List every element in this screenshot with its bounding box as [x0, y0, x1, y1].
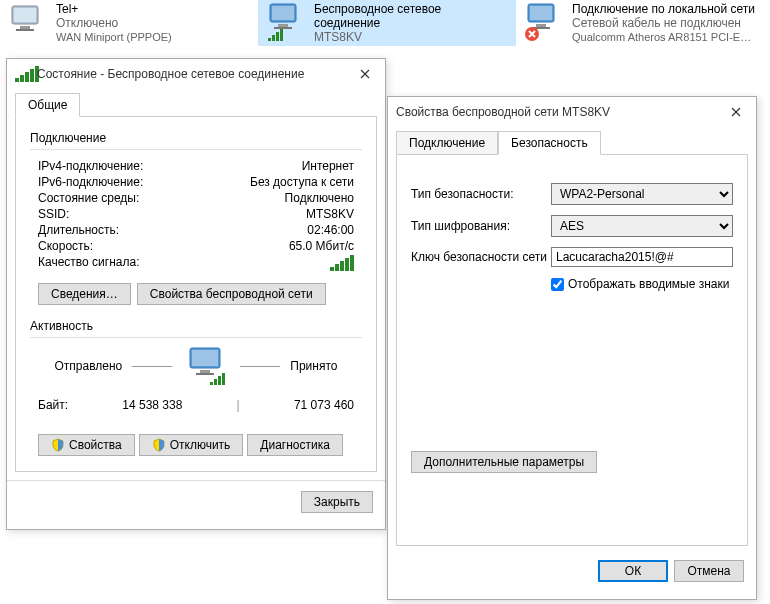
cancel-button[interactable]: Отмена [674, 560, 744, 582]
security-type-label: Тип безопасности: [411, 187, 551, 201]
ipv6-label: IPv6-подключение: [38, 175, 143, 189]
dialog-title: Состояние - Беспроводное сетевое соедине… [37, 67, 353, 81]
svg-rect-21 [210, 382, 213, 385]
dialog-title: Свойства беспроводной сети MTS8KV [396, 105, 724, 119]
media-label: Состояние среды: [38, 191, 139, 205]
close-icon[interactable] [353, 62, 377, 86]
close-button[interactable]: Закрыть [301, 491, 373, 513]
key-label: Ключ безопасности сети [411, 250, 551, 264]
advanced-button[interactable]: Дополнительные параметры [411, 451, 597, 473]
close-icon[interactable] [724, 100, 748, 124]
conn-detail: WAN Miniport (PPPOE) [56, 30, 172, 44]
tab-connection[interactable]: Подключение [396, 131, 498, 155]
encryption-label: Тип шифрования: [411, 219, 551, 233]
speed-label: Скорость: [38, 239, 93, 253]
svg-rect-9 [272, 35, 275, 41]
shield-icon [51, 438, 65, 452]
security-key-input[interactable] [551, 247, 733, 267]
ssid-label: SSID: [38, 207, 69, 221]
svg-rect-2 [20, 26, 30, 29]
svg-rect-3 [16, 29, 34, 31]
tab-content-general: Подключение IPv4-подключение:Интернет IP… [15, 116, 377, 472]
svg-rect-14 [536, 24, 546, 27]
group-activity-label: Активность [30, 319, 362, 333]
svg-rect-11 [280, 29, 283, 41]
group-connection-label: Подключение [30, 131, 362, 145]
titlebar[interactable]: Состояние - Беспроводное сетевое соедине… [7, 59, 385, 89]
connection-item-wireless[interactable]: Беспроводное сетевое соединение MTS8KV [258, 0, 516, 46]
divider: | [237, 398, 240, 412]
conn-title: Tel+ [56, 2, 172, 16]
bytes-label: Байт: [38, 398, 68, 412]
svg-rect-19 [200, 370, 210, 373]
svg-rect-24 [222, 373, 225, 385]
ipv6-value: Без доступа к сети [250, 175, 354, 189]
signal-label: Качество сигнала: [38, 255, 139, 274]
svg-rect-1 [14, 8, 36, 22]
media-value: Подключено [285, 191, 354, 205]
wireless-props-button[interactable]: Свойства беспроводной сети [137, 283, 326, 305]
svg-rect-10 [276, 32, 279, 41]
signal-strength-icon [330, 255, 354, 274]
tabs: Общие [15, 93, 377, 117]
signal-icon [15, 66, 31, 82]
svg-rect-13 [530, 6, 552, 20]
wireless-properties-dialog: Свойства беспроводной сети MTS8KV Подклю… [387, 96, 757, 600]
duration-value: 02:46:00 [307, 223, 354, 237]
monitor-wifi-icon [266, 2, 306, 42]
recv-bytes: 71 073 460 [294, 398, 354, 412]
monitor-icon [8, 2, 48, 42]
conn-title: Беспроводное сетевое соединение [314, 2, 508, 30]
sent-bytes: 14 538 338 [122, 398, 182, 412]
svg-rect-20 [196, 373, 214, 375]
diagnose-button[interactable]: Диагностика [247, 434, 343, 456]
wireless-status-dialog: Состояние - Беспроводное сетевое соедине… [6, 58, 386, 530]
sent-label: Отправлено [55, 359, 123, 373]
svg-rect-7 [274, 27, 292, 29]
svg-rect-5 [272, 6, 294, 20]
shield-icon [152, 438, 166, 452]
tab-content-security: Тип безопасности: WPA2-Personal Тип шифр… [396, 154, 748, 546]
conn-status: Отключено [56, 16, 172, 30]
properties-button[interactable]: Свойства [38, 434, 135, 456]
duration-label: Длительность: [38, 223, 119, 237]
encryption-select[interactable]: AES [551, 215, 733, 237]
conn-detail: Qualcomm Atheros AR8151 PCI-E… [572, 30, 755, 44]
titlebar[interactable]: Свойства беспроводной сети MTS8KV [388, 97, 756, 127]
monitor-error-icon [524, 2, 564, 42]
recv-label: Принято [290, 359, 337, 373]
show-chars-label: Отображать вводимые знаки [568, 277, 729, 291]
tab-general[interactable]: Общие [15, 93, 80, 117]
speed-value: 65.0 Мбит/с [289, 239, 354, 253]
security-type-select[interactable]: WPA2-Personal [551, 183, 733, 205]
activity-monitor-icon [182, 346, 230, 386]
svg-rect-23 [218, 376, 221, 385]
svg-rect-22 [214, 379, 217, 385]
tabs: Подключение Безопасность [396, 131, 748, 155]
ssid-value: MTS8KV [306, 207, 354, 221]
ipv4-value: Интернет [302, 159, 354, 173]
connection-item-lan[interactable]: Подключение по локальной сети Сетевой ка… [516, 0, 770, 46]
conn-title: Подключение по локальной сети [572, 2, 755, 16]
connection-item-tel[interactable]: Tel+ Отключено WAN Miniport (PPPOE) [0, 0, 258, 46]
tab-security[interactable]: Безопасность [498, 131, 601, 155]
disconnect-button[interactable]: Отключить [139, 434, 244, 456]
ok-button[interactable]: ОК [598, 560, 668, 582]
svg-rect-6 [278, 24, 288, 27]
svg-rect-18 [192, 350, 218, 366]
ipv4-label: IPv4-подключение: [38, 159, 143, 173]
properties-button-label: Свойства [69, 438, 122, 452]
network-connections-bar: Tel+ Отключено WAN Miniport (PPPOE) Бесп… [0, 0, 770, 46]
svg-rect-8 [268, 38, 271, 41]
details-button[interactable]: Сведения… [38, 283, 131, 305]
conn-status: Сетевой кабель не подключен [572, 16, 755, 30]
conn-status: MTS8KV [314, 30, 508, 44]
disconnect-button-label: Отключить [170, 438, 231, 452]
show-chars-checkbox[interactable] [551, 278, 564, 291]
